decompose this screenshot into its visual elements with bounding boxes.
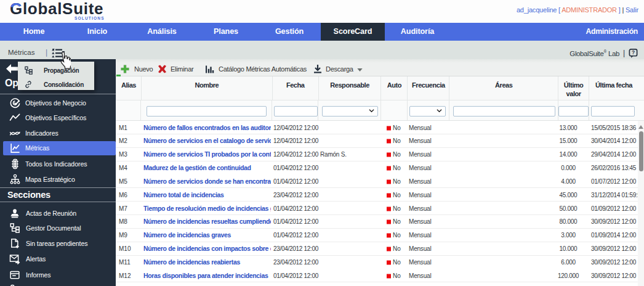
svg-text:?: ? [632, 49, 635, 55]
